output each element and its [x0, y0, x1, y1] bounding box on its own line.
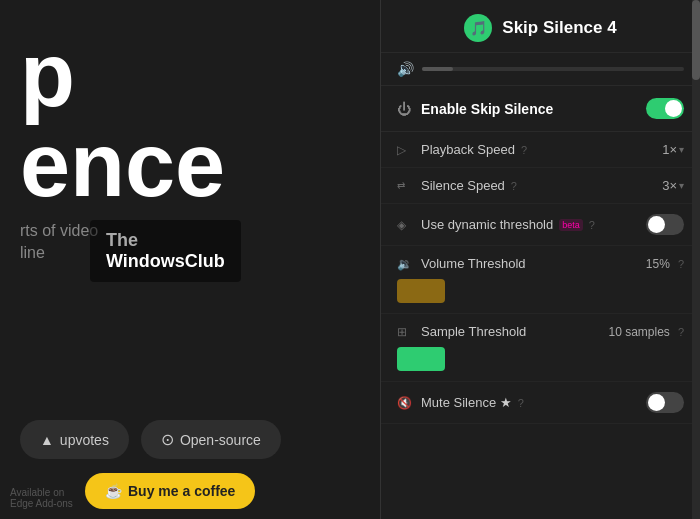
- silence-speed-label: Silence Speed ?: [421, 178, 654, 193]
- silence-speed-help[interactable]: ?: [511, 180, 517, 192]
- playback-speed-row: ▷ Playback Speed ? 1× ▾: [381, 132, 700, 168]
- dynamic-threshold-toggle[interactable]: [646, 214, 684, 235]
- mute-silence-toggle[interactable]: [646, 392, 684, 413]
- enable-toggle-thumb: [665, 100, 682, 117]
- volume-threshold-percent: 15%: [646, 257, 670, 271]
- volume-bar-track: [422, 67, 684, 71]
- silence-speed-val-text: 3×: [662, 178, 677, 193]
- enable-label: Enable Skip Silence: [421, 101, 636, 117]
- github-icon: ⊙: [161, 430, 174, 449]
- silence-speed-chevron: ▾: [679, 180, 684, 191]
- volume-threshold-header: 🔉 Volume Threshold 15% ?: [397, 256, 684, 271]
- dynamic-threshold-badge: beta: [559, 219, 583, 231]
- enable-toggle[interactable]: [646, 98, 684, 119]
- coffee-button[interactable]: ☕ Buy me a coffee: [85, 473, 255, 509]
- playback-speed-value[interactable]: 1× ▾: [662, 142, 684, 157]
- edge-label-line2: Edge Add-ons: [10, 498, 73, 509]
- dynamic-threshold-label: Use dynamic threshold beta ?: [421, 217, 638, 232]
- mute-silence-help[interactable]: ?: [518, 397, 524, 409]
- panel-scrollbar-thumb[interactable]: [692, 0, 700, 80]
- enable-row: ⏻ Enable Skip Silence: [381, 86, 700, 132]
- volume-bar-icon: 🔊: [397, 61, 414, 77]
- upvotes-button[interactable]: ▲ upvotes: [20, 420, 129, 459]
- silence-speed-row: ⇄ Silence Speed ? 3× ▾: [381, 168, 700, 204]
- volume-bar-area: 🔊: [381, 53, 700, 86]
- opensource-button[interactable]: ⊙ Open-source: [141, 420, 281, 459]
- panel-scrollbar[interactable]: [692, 0, 700, 519]
- panel-body[interactable]: ⏻ Enable Skip Silence ▷ Playback Speed ?…: [381, 86, 700, 519]
- panel-title: Skip Silence 4: [502, 18, 616, 38]
- sample-threshold-label: Sample Threshold: [421, 324, 601, 339]
- sample-threshold-color-block: [397, 347, 445, 371]
- upvote-icon: ▲: [40, 432, 54, 448]
- volume-threshold-icon: 🔉: [397, 257, 413, 271]
- sample-threshold-header: ⊞ Sample Threshold 10 samples ?: [397, 324, 684, 339]
- volume-threshold-label: Volume Threshold: [421, 256, 638, 271]
- dynamic-threshold-icon: ◈: [397, 218, 413, 232]
- volume-bar-fill: [422, 67, 453, 71]
- volume-threshold-section: 🔉 Volume Threshold 15% ?: [381, 246, 700, 314]
- silence-speed-icon: ⇄: [397, 180, 413, 191]
- coffee-icon: ☕: [105, 483, 122, 499]
- dynamic-threshold-toggle-thumb: [648, 216, 665, 233]
- panel-logo: 🎵: [464, 14, 492, 42]
- mute-silence-icon: 🔇: [397, 396, 413, 410]
- edge-label-line1: Available on: [10, 487, 73, 498]
- volume-threshold-help[interactable]: ?: [678, 258, 684, 270]
- volume-threshold-color-block: [397, 279, 445, 303]
- sample-threshold-icon: ⊞: [397, 325, 413, 339]
- dynamic-threshold-row: ◈ Use dynamic threshold beta ?: [381, 204, 700, 246]
- sample-threshold-help[interactable]: ?: [678, 326, 684, 338]
- silence-speed-value[interactable]: 3× ▾: [662, 178, 684, 193]
- enable-icon: ⏻: [397, 101, 411, 117]
- mute-silence-row: 🔇 Mute Silence ★ ?: [381, 382, 700, 424]
- dynamic-threshold-help[interactable]: ?: [589, 219, 595, 231]
- panel-header: 🎵 Skip Silence 4: [381, 0, 700, 53]
- skip-silence-panel: 🎵 Skip Silence 4 🔊 ⏻ Enable Skip Silence…: [380, 0, 700, 519]
- logo-icon: 🎵: [470, 20, 487, 36]
- playback-speed-icon: ▷: [397, 143, 413, 157]
- playback-speed-label: Playback Speed ?: [421, 142, 654, 157]
- playback-speed-help[interactable]: ?: [521, 144, 527, 156]
- mute-silence-toggle-thumb: [648, 394, 665, 411]
- sample-threshold-value: 10 samples: [609, 325, 670, 339]
- mute-silence-label: Mute Silence ★ ?: [421, 395, 638, 410]
- playback-speed-chevron: ▾: [679, 144, 684, 155]
- windows-club-overlay: The WindowsClub: [90, 220, 241, 282]
- playback-speed-val-text: 1×: [662, 142, 677, 157]
- sample-threshold-section: ⊞ Sample Threshold 10 samples ?: [381, 314, 700, 382]
